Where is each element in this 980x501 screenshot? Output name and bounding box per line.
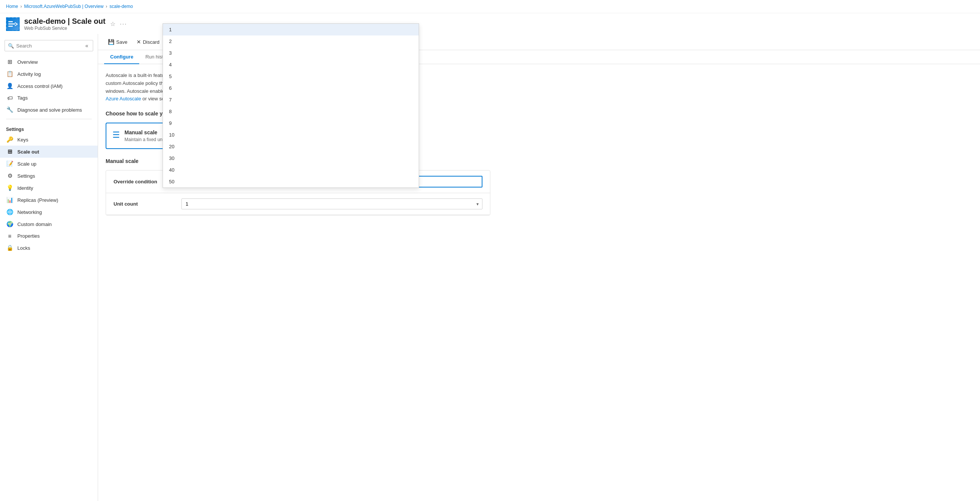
- dropdown-option-10[interactable]: 10: [163, 129, 419, 141]
- sidebar-item-identity[interactable]: 💡 Identity: [0, 182, 98, 194]
- keys-icon: 🔑: [6, 136, 14, 143]
- breadcrumb: Home › Microsoft.AzureWebPubSub | Overvi…: [0, 0, 980, 13]
- favorite-icon[interactable]: ☆: [110, 21, 115, 27]
- sidebar-item-tags[interactable]: 🏷 Tags: [0, 92, 98, 104]
- dropdown-option-30[interactable]: 30: [163, 153, 419, 164]
- networking-icon: 🌐: [6, 208, 14, 215]
- sidebar-item-keys[interactable]: 🔑 Keys: [0, 134, 98, 146]
- dropdown-option-5[interactable]: 5: [163, 70, 419, 82]
- sidebar: 🔍 « ⊞ Overview 📋 Activity log 👤 Access c…: [0, 34, 98, 501]
- discard-label: Discard: [143, 39, 159, 45]
- tab-content: Autoscale is a built-in feature that hel…: [98, 64, 980, 223]
- sidebar-item-diagnose[interactable]: 🔧 Diagnose and solve problems: [0, 104, 98, 116]
- access-control-icon: 👤: [6, 83, 14, 89]
- sidebar-item-settings[interactable]: ⚙ Settings: [0, 170, 98, 182]
- sidebar-item-activity-log[interactable]: 📋 Activity log: [0, 68, 98, 80]
- sidebar-label-locks: Locks: [18, 245, 30, 251]
- main-content: 💾 Save ✕ Discard ↻ Refresh 📊 Lo... Confi…: [98, 34, 980, 501]
- save-label: Save: [116, 39, 127, 45]
- sidebar-label-access-control: Access control (IAM): [18, 83, 63, 89]
- unit-count-select-area: 1 2 3 4 5 6 7 8 9 10 20 30 40: [181, 199, 482, 209]
- sidebar-label-networking: Networking: [18, 209, 42, 215]
- search-container[interactable]: 🔍 «: [5, 40, 93, 51]
- settings-section-label: Settings: [0, 122, 98, 134]
- svg-rect-0: [8, 21, 13, 22]
- dropdown-option-6[interactable]: 6: [163, 82, 419, 94]
- page-title: scale-demo | Scale out: [24, 17, 106, 25]
- sidebar-label-tags: Tags: [18, 95, 27, 101]
- breadcrumb-home[interactable]: Home: [6, 4, 18, 9]
- tags-icon: 🏷: [6, 95, 14, 101]
- sidebar-item-locks[interactable]: 🔒 Locks: [0, 242, 98, 254]
- unit-count-label: Unit count: [113, 201, 181, 207]
- breadcrumb-overview[interactable]: Microsoft.AzureWebPubSub | Overview: [24, 4, 103, 9]
- activity-log-icon: 📋: [6, 70, 14, 77]
- dropdown-option-9[interactable]: 9: [163, 117, 419, 129]
- page-header: scale-demo | Scale out Web PubSub Servic…: [0, 13, 980, 34]
- dropdown-option-3[interactable]: 3: [163, 47, 419, 59]
- manual-scale-icon: ☰: [112, 130, 120, 140]
- sidebar-divider: [6, 119, 92, 119]
- save-icon: 💾: [108, 39, 114, 45]
- locks-icon: 🔒: [6, 245, 14, 251]
- sidebar-label-activity-log: Activity log: [18, 71, 41, 77]
- scale-form: Override condition Unit count 1 2 3 4 5: [106, 170, 490, 215]
- save-button[interactable]: 💾 Save: [104, 37, 131, 47]
- dropdown-option-20[interactable]: 20: [163, 141, 419, 153]
- replicas-icon: 📊: [6, 197, 14, 204]
- diagnose-icon: 🔧: [6, 107, 14, 113]
- identity-icon: 💡: [6, 184, 14, 191]
- scale-up-icon: 📝: [6, 160, 14, 167]
- dropdown-option-7[interactable]: 7: [163, 94, 419, 106]
- svg-rect-1: [8, 23, 15, 24]
- collapse-icon[interactable]: «: [84, 42, 90, 49]
- sidebar-label-identity: Identity: [18, 185, 33, 191]
- scale-out-icon: ⊞: [6, 148, 14, 155]
- sidebar-label-replicas: Replicas (Preview): [18, 197, 58, 203]
- dropdown-option-40[interactable]: 40: [163, 164, 419, 176]
- sidebar-item-custom-domain[interactable]: 🌍 Custom domain: [0, 218, 98, 230]
- search-input[interactable]: [16, 43, 81, 49]
- sidebar-item-overview[interactable]: ⊞ Overview: [0, 56, 98, 68]
- dropdown-option-4[interactable]: 4: [163, 59, 419, 70]
- dropdown-option-2[interactable]: 2: [163, 35, 419, 47]
- main-layout: 🔍 « ⊞ Overview 📋 Activity log 👤 Access c…: [0, 34, 980, 501]
- overview-icon: ⊞: [6, 59, 14, 65]
- sidebar-item-properties[interactable]: ≡ Properties: [0, 230, 98, 242]
- sidebar-label-scale-up: Scale up: [18, 161, 37, 167]
- properties-icon: ≡: [6, 233, 14, 239]
- sidebar-label-scale-out: Scale out: [18, 149, 39, 155]
- sidebar-item-networking[interactable]: 🌐 Networking: [0, 206, 98, 218]
- page-subtitle: Web PubSub Service: [24, 25, 106, 31]
- sidebar-label-custom-domain: Custom domain: [18, 221, 52, 227]
- sidebar-item-replicas[interactable]: 📊 Replicas (Preview): [0, 194, 98, 206]
- custom-domain-icon: 🌍: [6, 221, 14, 227]
- sidebar-label-settings: Settings: [18, 173, 35, 179]
- svg-rect-2: [8, 25, 13, 27]
- sidebar-label-diagnose: Diagnose and solve problems: [18, 107, 82, 113]
- sidebar-item-scale-up[interactable]: 📝 Scale up: [0, 158, 98, 170]
- unit-count-dropdown[interactable]: 1 2 3 4 5 6 7 8 9 10 20 30 40 50: [162, 34, 419, 188]
- sidebar-label-overview: Overview: [18, 59, 38, 65]
- dropdown-option-8[interactable]: 8: [163, 106, 419, 117]
- sidebar-label-properties: Properties: [18, 233, 40, 239]
- unit-count-select[interactable]: 1 2 3 4 5 6 7 8 9 10 20 30 40: [181, 199, 482, 209]
- unit-count-row: Unit count 1 2 3 4 5 6 7 8 9 10: [106, 193, 490, 215]
- more-options-icon[interactable]: ···: [120, 21, 127, 27]
- discard-icon: ✕: [137, 39, 141, 45]
- breadcrumb-current[interactable]: scale-demo: [110, 4, 133, 9]
- discard-button[interactable]: ✕ Discard: [133, 37, 163, 47]
- settings-icon: ⚙: [6, 172, 14, 179]
- sidebar-item-scale-out[interactable]: ⊞ Scale out: [0, 146, 98, 158]
- sidebar-item-access-control[interactable]: 👤 Access control (IAM): [0, 80, 98, 92]
- tab-configure[interactable]: Configure: [104, 50, 139, 64]
- sidebar-label-keys: Keys: [18, 137, 28, 143]
- service-icon: [6, 17, 20, 31]
- dropdown-option-50[interactable]: 50: [163, 176, 419, 188]
- search-icon: 🔍: [8, 43, 14, 49]
